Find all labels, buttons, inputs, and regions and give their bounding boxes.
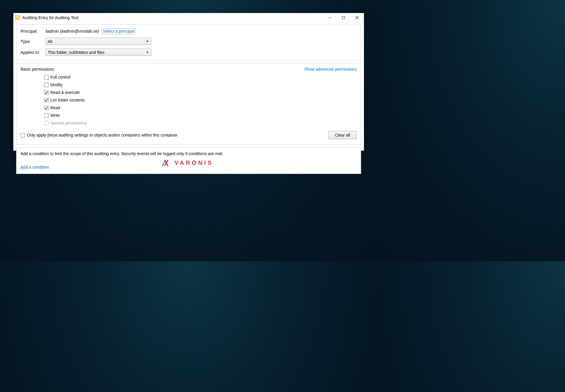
clear-all-button[interactable]: Clear all — [328, 131, 357, 139]
permissions-list: Full controlModifyRead & executeList fol… — [44, 73, 357, 127]
maximize-button[interactable] — [337, 13, 350, 22]
folder-icon — [15, 16, 20, 20]
permission-item[interactable]: Read — [44, 104, 357, 112]
permission-item[interactable]: List folder contents — [44, 96, 357, 104]
applies-to-label: Applies to: — [21, 50, 46, 55]
auditing-entry-window: Auditing Entry for Auditing Test Princip… — [13, 13, 364, 151]
permission-checkbox — [44, 121, 49, 125]
varonis-logo: VARONIS — [163, 160, 213, 166]
permission-label: Modify — [50, 82, 62, 87]
principal-label: Principal: — [21, 29, 46, 34]
permission-checkbox[interactable] — [44, 113, 49, 118]
permission-checkbox[interactable] — [44, 90, 49, 95]
permissions-panel: Basic permissions: Show advanced permiss… — [16, 63, 361, 145]
permission-label: Full control — [50, 75, 70, 79]
close-button[interactable] — [350, 13, 364, 22]
titlebar: Auditing Entry for Auditing Test — [14, 13, 364, 22]
type-select[interactable]: All — [46, 38, 151, 45]
permission-checkbox[interactable] — [44, 98, 49, 102]
permission-checkbox[interactable] — [44, 83, 49, 87]
only-apply-checkbox[interactable] — [21, 133, 25, 137]
window-title: Auditing Entry for Auditing Test — [22, 15, 78, 20]
only-apply-label: Only apply these auditing settings to ob… — [27, 133, 177, 137]
permission-label: Special permissions — [50, 121, 87, 125]
select-principal-link[interactable]: Select a principal — [102, 28, 136, 34]
condition-text: Add a condition to limit the scope of th… — [21, 151, 357, 156]
type-label: Type: — [21, 39, 46, 44]
principal-panel: Principal: itadmin (itadmin@vrnslab.se) … — [16, 24, 361, 60]
minimize-button[interactable] — [323, 13, 337, 22]
only-apply-checkbox-row[interactable]: Only apply these auditing settings to ob… — [21, 133, 177, 137]
permission-label: Read & execute — [50, 90, 80, 95]
permission-item: Special permissions — [44, 119, 357, 127]
principal-value: itadmin (itadmin@vrnslab.se) — [46, 29, 99, 34]
add-condition-link[interactable]: Add a condition — [21, 165, 49, 170]
permission-item[interactable]: Write — [44, 112, 357, 119]
show-advanced-permissions-link[interactable]: Show advanced permissions — [304, 67, 357, 72]
varonis-mark-icon — [163, 160, 172, 166]
permission-checkbox[interactable] — [44, 75, 49, 79]
permission-label: List folder contents — [50, 98, 85, 102]
permission-label: Read — [50, 105, 60, 110]
basic-permissions-label: Basic permissions: — [21, 67, 55, 72]
type-select-value: All — [48, 39, 52, 44]
permission-checkbox[interactable] — [44, 106, 49, 110]
permission-item[interactable]: Modify — [44, 81, 357, 89]
permission-item[interactable]: Full control — [44, 73, 357, 81]
permission-item[interactable]: Read & execute — [44, 89, 357, 96]
applies-to-select[interactable]: This folder, subfolders and files — [46, 49, 151, 56]
applies-to-select-value: This folder, subfolders and files — [48, 50, 104, 55]
permission-label: Write — [50, 113, 60, 118]
varonis-wordmark: VARONIS — [175, 160, 213, 166]
svg-rect-1 — [342, 16, 345, 19]
